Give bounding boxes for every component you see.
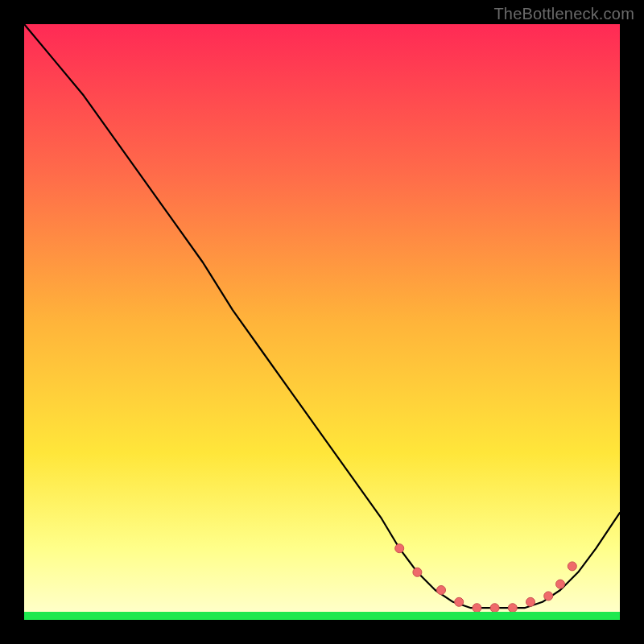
green-bottom-strip — [24, 612, 620, 620]
chart-svg — [24, 24, 620, 620]
watermark-text: TheBottleneck.com — [493, 5, 634, 23]
curve-marker — [437, 586, 446, 595]
bottleneck-curve — [24, 24, 620, 608]
plot-area — [24, 24, 620, 620]
curve-marker — [556, 580, 565, 588]
chart-stage: TheBottleneck.com — [0, 0, 644, 644]
curve-marker — [526, 597, 535, 606]
curve-marker — [455, 597, 464, 606]
curve-marker — [395, 544, 404, 553]
curve-marker — [413, 568, 422, 576]
curve-marker — [568, 562, 576, 571]
curve-marker — [544, 592, 553, 601]
